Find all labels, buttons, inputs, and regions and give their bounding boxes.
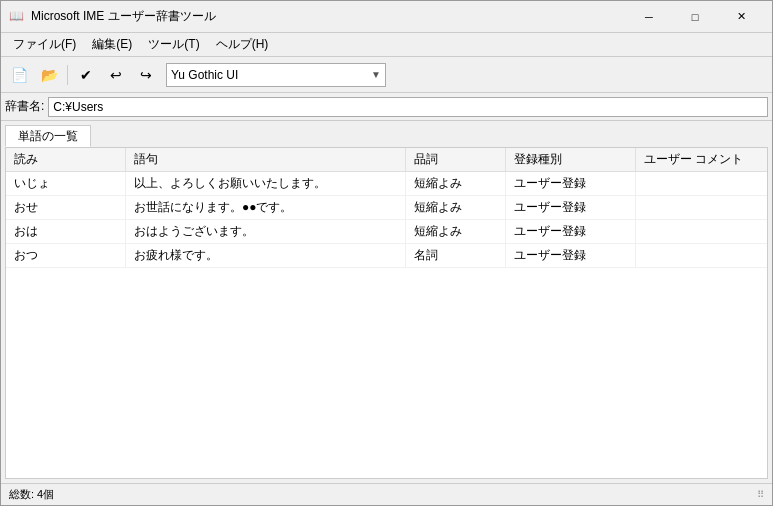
check-button[interactable]: ✔: [72, 61, 100, 89]
cell-yomi-1: おせ: [6, 196, 126, 219]
col-header-comment: ユーザー コメント: [636, 148, 767, 171]
separator-1: [67, 65, 68, 85]
tab-bar: 単語の一覧: [1, 121, 772, 147]
menu-help[interactable]: ヘルプ(H): [208, 34, 277, 56]
menu-edit[interactable]: 編集(E): [84, 34, 140, 56]
cell-comment-2: [636, 220, 767, 243]
dict-path-text: C:¥Users: [53, 100, 103, 114]
cell-yomi-0: いじょ: [6, 172, 126, 195]
table-row[interactable]: おは おはようございます。 短縮よみ ユーザー登録: [6, 220, 767, 244]
resize-grip-icon: ⠿: [757, 489, 764, 500]
table-row[interactable]: おつ お疲れ様です。 名詞 ユーザー登録: [6, 244, 767, 268]
table-header: 読み 語句 品詞 登録種別 ユーザー コメント: [6, 148, 767, 172]
cell-word-3: お疲れ様です。: [126, 244, 406, 267]
cell-word-2: おはようございます。: [126, 220, 406, 243]
col-header-hinshi: 品詞: [406, 148, 506, 171]
undo-button[interactable]: ↩: [102, 61, 130, 89]
cell-hinshi-1: 短縮よみ: [406, 196, 506, 219]
cell-type-0: ユーザー登録: [506, 172, 636, 195]
window-controls: ─ □ ✕: [626, 1, 764, 33]
cell-hinshi-0: 短縮よみ: [406, 172, 506, 195]
col-header-type: 登録種別: [506, 148, 636, 171]
main-window: 📖 Microsoft IME ユーザー辞書ツール ─ □ ✕ ファイル(F) …: [0, 0, 773, 506]
font-name: Yu Gothic UI: [171, 68, 238, 82]
col-header-yomi: 読み: [6, 148, 126, 171]
cell-comment-3: [636, 244, 767, 267]
cell-type-1: ユーザー登録: [506, 196, 636, 219]
app-icon: 📖: [9, 9, 25, 25]
status-bar: 総数: 4個 ⠿: [1, 483, 772, 505]
dict-label: 辞書名:: [5, 98, 44, 115]
toolbar: 📄 📂 ✔ ↩ ↪ Yu Gothic UI ▼: [1, 57, 772, 93]
content-area: 読み 語句 品詞 登録種別 ユーザー コメント いじょ 以上、よろしくお願いいた…: [5, 147, 768, 479]
cell-type-2: ユーザー登録: [506, 220, 636, 243]
redo-button[interactable]: ↪: [132, 61, 160, 89]
dict-name-bar: 辞書名: C:¥Users: [1, 93, 772, 121]
font-selector: Yu Gothic UI ▼: [166, 63, 386, 87]
open-button[interactable]: 📂: [35, 61, 63, 89]
cell-yomi-2: おは: [6, 220, 126, 243]
table-body: いじょ 以上、よろしくお願いいたします。 短縮よみ ユーザー登録 おせ お世話に…: [6, 172, 767, 478]
cell-hinshi-2: 短縮よみ: [406, 220, 506, 243]
menu-tools[interactable]: ツール(T): [140, 34, 207, 56]
font-dropdown[interactable]: Yu Gothic UI ▼: [166, 63, 386, 87]
col-header-word: 語句: [126, 148, 406, 171]
maximize-button[interactable]: □: [672, 1, 718, 33]
new-button[interactable]: 📄: [5, 61, 33, 89]
cell-yomi-3: おつ: [6, 244, 126, 267]
menu-bar: ファイル(F) 編集(E) ツール(T) ヘルプ(H): [1, 33, 772, 57]
cell-hinshi-3: 名詞: [406, 244, 506, 267]
cell-comment-0: [636, 172, 767, 195]
dict-path: C:¥Users: [48, 97, 768, 117]
cell-word-1: お世話になります。●●です。: [126, 196, 406, 219]
chevron-down-icon: ▼: [371, 69, 381, 80]
window-title: Microsoft IME ユーザー辞書ツール: [31, 8, 626, 25]
tab-word-list[interactable]: 単語の一覧: [5, 125, 91, 147]
menu-file[interactable]: ファイル(F): [5, 34, 84, 56]
minimize-button[interactable]: ─: [626, 1, 672, 33]
table-row[interactable]: おせ お世話になります。●●です。 短縮よみ ユーザー登録: [6, 196, 767, 220]
title-bar: 📖 Microsoft IME ユーザー辞書ツール ─ □ ✕: [1, 1, 772, 33]
close-button[interactable]: ✕: [718, 1, 764, 33]
cell-word-0: 以上、よろしくお願いいたします。: [126, 172, 406, 195]
cell-comment-1: [636, 196, 767, 219]
status-text: 総数: 4個: [9, 487, 54, 502]
cell-type-3: ユーザー登録: [506, 244, 636, 267]
table-row[interactable]: いじょ 以上、よろしくお願いいたします。 短縮よみ ユーザー登録: [6, 172, 767, 196]
